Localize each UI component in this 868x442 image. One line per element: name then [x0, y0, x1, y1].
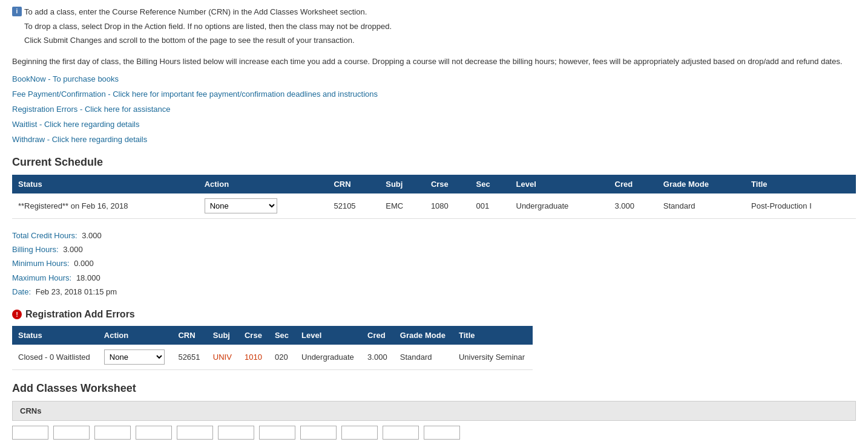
- date-row: Date: Feb 23, 2018 01:15 pm: [12, 285, 856, 299]
- error-crse-link[interactable]: 1010: [245, 353, 262, 362]
- billing-hours-row: Billing Hours: 3.000: [12, 242, 856, 256]
- maximum-hours-value: 18.000: [76, 273, 100, 282]
- hours-section: Total Credit Hours: 3.000 Billing Hours:…: [12, 229, 856, 299]
- info-line2: To drop a class, select Drop in the Acti…: [24, 21, 392, 33]
- crn-input-4[interactable]: [136, 426, 172, 440]
- schedule-column-header: CRN: [327, 175, 380, 193]
- billing-notice: Beginning the first day of class, the Bi…: [12, 56, 856, 67]
- maximum-hours-row: Maximum Hours: 18.000: [12, 271, 856, 285]
- total-credit-row: Total Credit Hours: 3.000: [12, 229, 856, 242]
- error-crn: 52651: [172, 345, 206, 370]
- schedule-table-body: **Registered** on Feb 16, 2018NoneDrop52…: [12, 193, 856, 219]
- errors-table-body: Closed - 0 WaitlistedNone52651UNIV101002…: [12, 345, 533, 370]
- schedule-column-header: Crse: [425, 175, 470, 193]
- links-section: BookNow - To purchase booksFee Payment/C…: [12, 74, 856, 144]
- info-icon: i: [12, 7, 22, 16]
- crn-input-5[interactable]: [177, 426, 213, 440]
- table-row: Closed - 0 WaitlistedNone52651UNIV101002…: [12, 345, 533, 370]
- link-item: Fee Payment/Confirmation - Click here fo…: [12, 89, 856, 99]
- error-subj: UNIV: [207, 345, 238, 370]
- date-value: Feb 23, 2018 01:15 pm: [36, 287, 117, 296]
- info-line1: To add a class, enter the Course Referen…: [24, 6, 392, 18]
- error-action: None: [98, 345, 173, 370]
- minimum-hours-value: 0.000: [74, 259, 94, 268]
- crn-input-7[interactable]: [259, 426, 295, 440]
- info-section: i To add a class, enter the Course Refer…: [12, 6, 856, 49]
- crns-section: CRNs: [12, 401, 856, 421]
- crn-input-1[interactable]: [12, 426, 48, 440]
- error-heading: ! Registration Add Errors: [12, 309, 856, 320]
- link-item: Waitlist - Click here regarding details: [12, 120, 856, 129]
- schedule-column-header: Sec: [470, 175, 510, 193]
- errors-column-header: CRN: [172, 326, 206, 345]
- minimum-hours-label: Minimum Hours:: [12, 259, 70, 268]
- link-item: Withdraw - Click here regarding details: [12, 135, 856, 144]
- schedule-cell: Undergraduate: [510, 193, 609, 219]
- crn-input-6[interactable]: [218, 426, 254, 440]
- error-crse: 1010: [238, 345, 269, 370]
- schedule-table-header: StatusActionCRNSubjCrseSecLevelCredGrade…: [12, 175, 856, 193]
- crn-input-8[interactable]: [300, 426, 337, 440]
- error-icon: !: [12, 310, 22, 319]
- schedule-cell: Post-Production I: [745, 193, 856, 219]
- schedule-action: NoneDrop: [199, 193, 328, 219]
- add-classes-heading: Add Classes Worksheet: [12, 382, 856, 395]
- current-schedule-table: StatusActionCRNSubjCrseSecLevelCredGrade…: [12, 175, 856, 219]
- link[interactable]: Fee Payment/Confirmation - Click here fo…: [12, 89, 378, 99]
- schedule-column-header: Title: [745, 175, 856, 193]
- link-item: Registration Errors - Click here for ass…: [12, 105, 856, 114]
- crn-input-11[interactable]: [424, 426, 460, 440]
- crn-input-2[interactable]: [53, 426, 90, 440]
- link[interactable]: Withdraw - Click here regarding details: [12, 135, 147, 144]
- schedule-column-header: Action: [199, 175, 328, 193]
- maximum-hours-label: Maximum Hours:: [12, 273, 71, 282]
- errors-table-header: StatusActionCRNSubjCrseSecLevelCredGrade…: [12, 326, 533, 345]
- total-credit-value: 3.000: [82, 231, 102, 240]
- schedule-column-header: Status: [12, 175, 199, 193]
- billing-hours-value: 3.000: [63, 245, 83, 254]
- errors-column-header: Cred: [361, 326, 394, 345]
- crn-input-9[interactable]: [341, 426, 378, 440]
- crn-input-10[interactable]: [383, 426, 419, 440]
- schedule-column-header: Cred: [609, 175, 657, 193]
- error-action-select[interactable]: None: [104, 349, 165, 365]
- date-label: Date:: [12, 287, 31, 296]
- schedule-cell: 1080: [425, 193, 470, 219]
- errors-column-header: Level: [295, 326, 361, 345]
- errors-column-header: Status: [12, 326, 98, 345]
- billing-hours-label: Billing Hours:: [12, 245, 59, 254]
- schedule-column-header: Subj: [380, 175, 425, 193]
- schedule-cell: 52105: [327, 193, 380, 219]
- link[interactable]: BookNow - To purchase books: [12, 74, 119, 83]
- schedule-column-header: Grade Mode: [657, 175, 745, 193]
- errors-column-header: Crse: [238, 326, 269, 345]
- table-row: **Registered** on Feb 16, 2018NoneDrop52…: [12, 193, 856, 219]
- errors-column-header: Title: [453, 326, 533, 345]
- schedule-status: **Registered** on Feb 16, 2018: [12, 193, 199, 219]
- error-cell: Undergraduate: [295, 345, 361, 370]
- total-credit-label: Total Credit Hours:: [12, 231, 77, 240]
- current-schedule-heading: Current Schedule: [12, 156, 856, 169]
- action-select[interactable]: NoneDrop: [205, 198, 277, 213]
- crn-input-3[interactable]: [94, 426, 131, 440]
- errors-table: StatusActionCRNSubjCrseSecLevelCredGrade…: [12, 326, 533, 370]
- errors-column-header: Grade Mode: [394, 326, 453, 345]
- errors-column-header: Subj: [207, 326, 238, 345]
- schedule-column-header: Level: [510, 175, 609, 193]
- error-cell: University Seminar: [453, 345, 533, 370]
- error-cell: 020: [269, 345, 295, 370]
- error-subj-link[interactable]: UNIV: [213, 353, 232, 362]
- error-title: Registration Add Errors: [25, 309, 135, 320]
- info-line3: Click Submit Changes and scroll to the b…: [24, 34, 392, 47]
- link[interactable]: Registration Errors - Click here for ass…: [12, 105, 171, 114]
- crns-inputs: [12, 426, 856, 440]
- schedule-cell: 001: [470, 193, 510, 219]
- error-cell: 3.000: [361, 345, 394, 370]
- errors-column-header: Sec: [269, 326, 295, 345]
- crns-label: CRNs: [20, 406, 41, 415]
- errors-column-header: Action: [98, 326, 173, 345]
- link[interactable]: Waitlist - Click here regarding details: [12, 120, 139, 129]
- error-cell: Standard: [394, 345, 453, 370]
- schedule-cell: EMC: [380, 193, 425, 219]
- schedule-cell: 3.000: [609, 193, 657, 219]
